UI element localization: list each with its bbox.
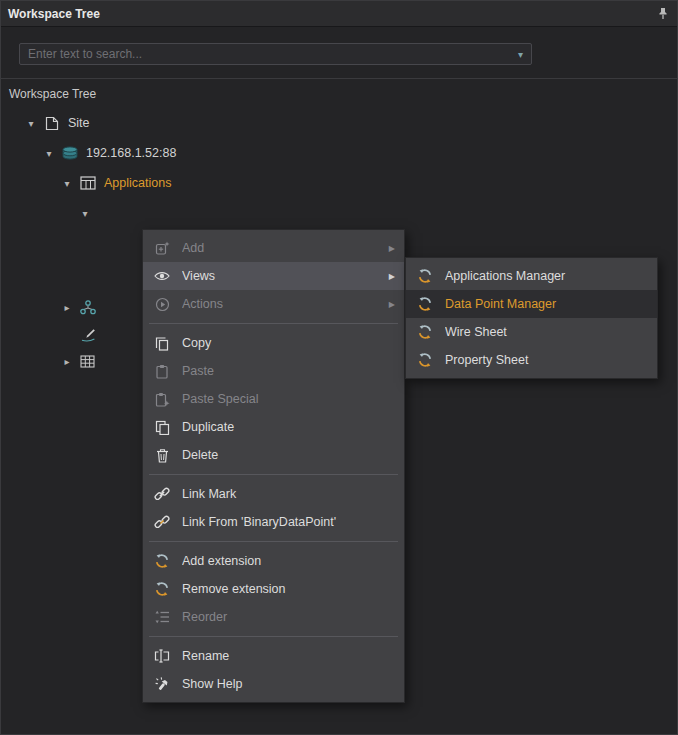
submenu-item-property-sheet[interactable]: Property Sheet (406, 346, 657, 374)
menu-item-label: Link Mark (182, 487, 395, 501)
submenu-arrow-icon: ▶ (389, 300, 395, 309)
tree-item-controller[interactable]: ▾ 192.168.1.52:88 (1, 138, 677, 168)
caret-expanded-icon[interactable]: ▾ (24, 118, 38, 129)
search-row: ▾ (1, 27, 677, 78)
menu-item-copy[interactable]: Copy (143, 329, 404, 357)
tree-item-label: 192.168.1.52:88 (86, 146, 176, 160)
menu-item-label: Paste Special (182, 392, 395, 406)
menu-item-label: Rename (182, 649, 395, 663)
sync-icon (152, 581, 172, 598)
submenu-item-label: Applications Manager (445, 269, 648, 283)
menu-item-link-from[interactable]: Link From 'BinaryDataPoint' (143, 508, 404, 536)
pen-signature-icon (78, 326, 97, 343)
pin-icon[interactable] (656, 7, 670, 21)
tree-item-label: Applications (104, 176, 171, 190)
applications-grid-icon (78, 175, 97, 192)
rename-icon (152, 648, 172, 665)
menu-item-paste: Paste (143, 357, 404, 385)
chevron-down-icon[interactable]: ▾ (514, 49, 531, 60)
menu-item-label: Add extension (182, 554, 395, 568)
context-menu: Add ▶ Views ▶ Actions ▶ (142, 229, 405, 703)
submenu-arrow-icon: ▶ (389, 272, 395, 281)
menu-item-rename[interactable]: Rename (143, 642, 404, 670)
workspace-tree-panel: Workspace Tree ▾ Workspace Tree ▾ Sit (0, 0, 678, 735)
menu-item-add-extension[interactable]: Add extension (143, 547, 404, 575)
submenu-item-label: Property Sheet (445, 353, 648, 367)
pin-icon-glyph (657, 7, 669, 20)
menu-item-label: Duplicate (182, 420, 395, 434)
play-circle-icon (152, 296, 172, 313)
sync-icon (415, 352, 435, 369)
duplicate-icon (152, 419, 172, 436)
menu-item-label: Views (182, 269, 381, 283)
sync-icon (415, 296, 435, 313)
caret-expanded-icon[interactable]: ▾ (60, 178, 74, 189)
copy-icon (152, 335, 172, 352)
caret-expanded-icon[interactable]: ▾ (78, 208, 92, 219)
menu-separator (149, 541, 398, 542)
caret-collapsed-icon[interactable]: ▸ (60, 356, 74, 367)
trash-icon (152, 447, 172, 464)
submenu-arrow-icon: ▶ (389, 244, 395, 253)
eye-icon (152, 268, 172, 285)
link-from-icon (152, 514, 172, 531)
menu-item-actions: Actions ▶ (143, 290, 404, 318)
menu-item-label: Show Help (182, 677, 395, 691)
submenu-item-data-point-manager[interactable]: Data Point Manager (406, 290, 657, 318)
add-icon (152, 240, 172, 257)
link-icon (152, 486, 172, 503)
document-icon (42, 115, 61, 132)
paste-icon (152, 363, 172, 380)
menu-item-label: Add (182, 241, 381, 255)
menu-item-label: Link From 'BinaryDataPoint' (182, 515, 395, 529)
menu-item-label: Reorder (182, 610, 395, 624)
reorder-icon (152, 609, 172, 626)
panel-title: Workspace Tree (8, 7, 100, 21)
device-stack-icon (60, 145, 79, 162)
tree-item-label: Site (68, 116, 90, 130)
menu-item-label: Delete (182, 448, 395, 462)
menu-item-label: Actions (182, 297, 381, 311)
tree-item-applications[interactable]: ▾ Applications (1, 168, 677, 198)
sync-icon (415, 268, 435, 285)
menu-item-show-help[interactable]: Show Help (143, 670, 404, 698)
menu-item-label: Remove extension (182, 582, 395, 596)
caret-expanded-icon[interactable]: ▾ (42, 148, 56, 159)
tree-item-site[interactable]: ▾ Site (1, 108, 677, 138)
menu-item-label: Copy (182, 336, 395, 350)
table-grid-icon (78, 353, 97, 370)
search-input[interactable] (20, 47, 514, 61)
org-chart-icon (78, 299, 97, 316)
paste-special-icon (152, 391, 172, 408)
menu-separator (149, 474, 398, 475)
views-submenu: Applications Manager Data Point Manager (405, 257, 658, 379)
sync-icon (415, 324, 435, 341)
menu-separator (149, 636, 398, 637)
tree-item-occluded-node[interactable]: ▾ (1, 198, 677, 228)
caret-collapsed-icon[interactable]: ▸ (60, 302, 74, 313)
submenu-item-wire-sheet[interactable]: Wire Sheet (406, 318, 657, 346)
menu-item-duplicate[interactable]: Duplicate (143, 413, 404, 441)
torch-icon (152, 676, 172, 693)
submenu-item-applications-manager[interactable]: Applications Manager (406, 262, 657, 290)
menu-item-link-mark[interactable]: Link Mark (143, 480, 404, 508)
menu-item-add: Add ▶ (143, 234, 404, 262)
panel-titlebar: Workspace Tree (1, 1, 677, 27)
tree-section-header: Workspace Tree (1, 78, 677, 106)
menu-item-reorder: Reorder (143, 603, 404, 631)
menu-item-views[interactable]: Views ▶ (143, 262, 404, 290)
submenu-item-label: Data Point Manager (445, 297, 648, 311)
sync-icon (152, 553, 172, 570)
menu-separator (149, 323, 398, 324)
menu-item-paste-special: Paste Special (143, 385, 404, 413)
submenu-item-label: Wire Sheet (445, 325, 648, 339)
menu-item-remove-extension[interactable]: Remove extension (143, 575, 404, 603)
search-combobox[interactable]: ▾ (19, 43, 532, 65)
menu-item-delete[interactable]: Delete (143, 441, 404, 469)
menu-item-label: Paste (182, 364, 395, 378)
